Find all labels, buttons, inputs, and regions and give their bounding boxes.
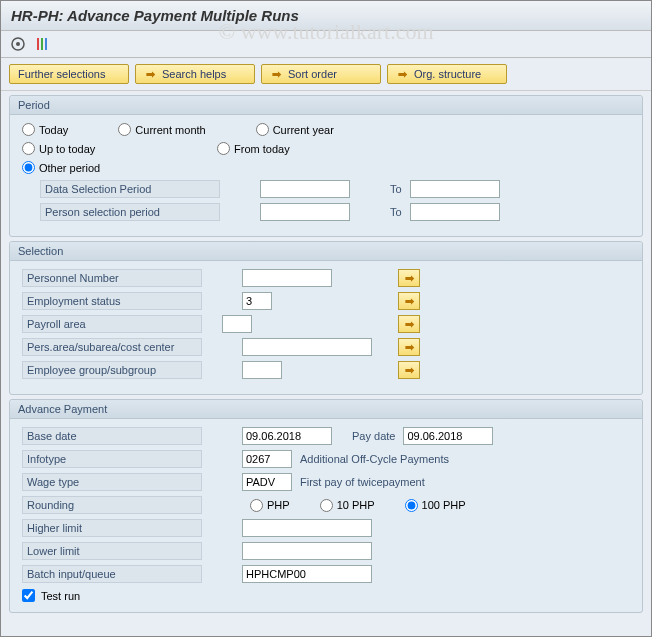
button-label: Search helps <box>162 68 226 80</box>
higher-limit-input[interactable] <box>242 519 372 537</box>
wage-input[interactable] <box>242 473 292 491</box>
field-label: Data Selection Period <box>40 180 220 198</box>
checkbox-label: Test run <box>41 590 80 602</box>
button-label: Org. structure <box>414 68 481 80</box>
field-label: Rounding <box>22 496 202 514</box>
data-sel-from-input[interactable] <box>260 180 350 198</box>
panel-title: Period <box>10 96 642 115</box>
lower-limit-input[interactable] <box>242 542 372 560</box>
app-window: HR-PH: Advance Payment Multiple Runs © w… <box>0 0 652 637</box>
panel-body: Today Current month Current year Up to t… <box>10 115 642 236</box>
panel-body: Personnel Number ➡ Employment status ➡ P… <box>10 261 642 394</box>
field-label: Higher limit <box>22 519 202 537</box>
field-label: Lower limit <box>22 542 202 560</box>
rounding-options: PHP 10 PHP 100 PHP <box>250 499 466 512</box>
payroll-input[interactable] <box>222 315 252 333</box>
wage-desc: First pay of twicepayment <box>300 476 425 488</box>
person-selection-row: Person selection period To <box>40 203 630 221</box>
radio-input[interactable] <box>405 499 418 512</box>
panel-title: Selection <box>10 242 642 261</box>
arrow-right-icon: ➡ <box>270 68 282 80</box>
radio-from-today[interactable]: From today <box>217 142 290 155</box>
lookup-button[interactable]: ➡ <box>398 292 420 310</box>
radio-input[interactable] <box>118 123 131 136</box>
base-date-input[interactable] <box>242 427 332 445</box>
test-run-checkbox[interactable] <box>22 589 35 602</box>
radio-input[interactable] <box>22 123 35 136</box>
lookup-button[interactable]: ➡ <box>398 338 420 356</box>
field-label: Base date <box>22 427 202 445</box>
base-date-row: Base date Pay date <box>22 427 630 445</box>
field-label: Wage type <box>22 473 202 491</box>
person-sel-to-input[interactable] <box>410 203 500 221</box>
button-bar: Further selections ➡ Search helps ➡ Sort… <box>1 58 651 91</box>
selection-panel: Selection Personnel Number ➡ Employment … <box>9 241 643 395</box>
org-structure-button[interactable]: ➡ Org. structure <box>387 64 507 84</box>
search-helps-button[interactable]: ➡ Search helps <box>135 64 255 84</box>
radio-row-1: Today Current month Current year <box>22 123 630 136</box>
pay-date-input[interactable] <box>403 427 493 445</box>
wage-row: Wage type First pay of twicepayment <box>22 473 630 491</box>
radio-input[interactable] <box>22 161 35 174</box>
radio-label: From today <box>234 143 290 155</box>
to-label: To <box>390 206 402 218</box>
to-label: To <box>390 183 402 195</box>
lookup-button[interactable]: ➡ <box>398 315 420 333</box>
radio-label: 100 PHP <box>422 499 466 511</box>
lookup-button[interactable]: ➡ <box>398 361 420 379</box>
radio-input[interactable] <box>217 142 230 155</box>
radio-up-to-today[interactable]: Up to today <box>22 142 167 155</box>
field-label: Person selection period <box>40 203 220 221</box>
field-label: Employee group/subgroup <box>22 361 202 379</box>
button-label: Sort order <box>288 68 337 80</box>
radio-today[interactable]: Today <box>22 123 68 136</box>
radio-php[interactable]: PHP <box>250 499 290 512</box>
panel-title: Advance Payment <box>10 400 642 419</box>
radio-10php[interactable]: 10 PHP <box>320 499 375 512</box>
further-selections-button[interactable]: Further selections <box>9 64 129 84</box>
radio-label: Current year <box>273 124 334 136</box>
toolbar <box>1 31 651 58</box>
personnel-input[interactable] <box>242 269 332 287</box>
radio-row-2: Up to today From today <box>22 142 630 155</box>
radio-row-3: Other period <box>22 161 630 174</box>
field-label: Batch input/queue <box>22 565 202 583</box>
field-label: Infotype <box>22 450 202 468</box>
personnel-row: Personnel Number ➡ <box>22 269 630 287</box>
radio-other-period[interactable]: Other period <box>22 161 100 174</box>
arrow-right-icon: ➡ <box>396 68 408 80</box>
radio-label: PHP <box>267 499 290 511</box>
radio-input[interactable] <box>320 499 333 512</box>
person-sel-from-input[interactable] <box>260 203 350 221</box>
pers-area-input[interactable] <box>242 338 372 356</box>
emp-status-input[interactable] <box>242 292 272 310</box>
variant-icon[interactable] <box>33 35 51 53</box>
radio-label: 10 PHP <box>337 499 375 511</box>
batch-row: Batch input/queue <box>22 565 630 583</box>
radio-label: Current month <box>135 124 205 136</box>
execute-icon[interactable] <box>9 35 27 53</box>
lower-limit-row: Lower limit <box>22 542 630 560</box>
page-title: HR-PH: Advance Payment Multiple Runs <box>11 7 299 24</box>
sort-order-button[interactable]: ➡ Sort order <box>261 64 381 84</box>
radio-current-month[interactable]: Current month <box>118 123 205 136</box>
emp-group-input[interactable] <box>242 361 282 379</box>
title-bar: HR-PH: Advance Payment Multiple Runs <box>1 1 651 31</box>
panel-body: Base date Pay date Infotype Additional O… <box>10 419 642 612</box>
radio-input[interactable] <box>22 142 35 155</box>
radio-current-year[interactable]: Current year <box>256 123 334 136</box>
infotype-desc: Additional Off-Cycle Payments <box>300 453 449 465</box>
radio-100php[interactable]: 100 PHP <box>405 499 466 512</box>
radio-input[interactable] <box>250 499 263 512</box>
period-panel: Period Today Current month Current year … <box>9 95 643 237</box>
field-label: Pers.area/subarea/cost center <box>22 338 202 356</box>
emp-group-row: Employee group/subgroup ➡ <box>22 361 630 379</box>
batch-input[interactable] <box>242 565 372 583</box>
radio-label: Today <box>39 124 68 136</box>
emp-status-row: Employment status ➡ <box>22 292 630 310</box>
infotype-input[interactable] <box>242 450 292 468</box>
radio-input[interactable] <box>256 123 269 136</box>
data-sel-to-input[interactable] <box>410 180 500 198</box>
advance-panel: Advance Payment Base date Pay date Infot… <box>9 399 643 613</box>
lookup-button[interactable]: ➡ <box>398 269 420 287</box>
